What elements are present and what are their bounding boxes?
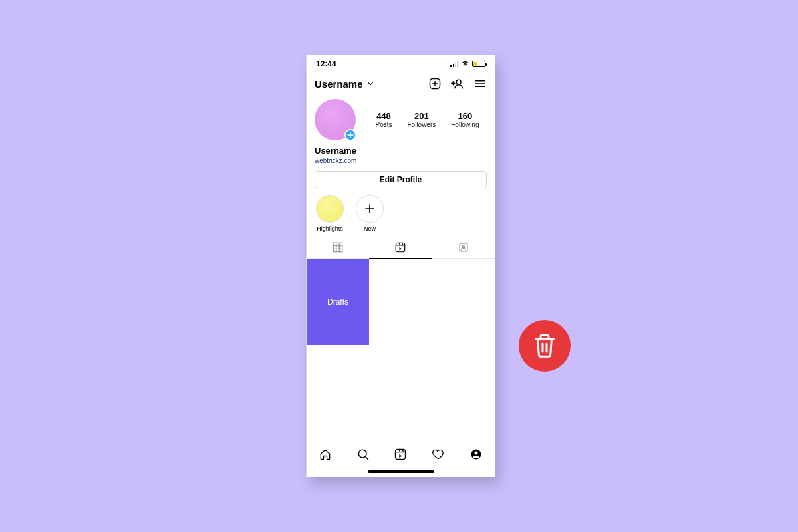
- stat-posts[interactable]: 448 Posts: [375, 111, 392, 128]
- bio-link[interactable]: webtrickz.com: [307, 156, 495, 166]
- nav-reels[interactable]: [394, 448, 407, 464]
- svg-rect-7: [396, 450, 406, 460]
- drafts-label: Drafts: [327, 297, 348, 307]
- search-icon: [356, 448, 370, 461]
- phone-frame: 12:44 Username: [306, 55, 495, 477]
- profile-icon: [469, 448, 483, 461]
- content-area: Drafts: [307, 259, 495, 441]
- svg-point-1: [456, 80, 461, 84]
- trash-icon: [533, 332, 557, 360]
- highlight-item[interactable]: Highlights: [316, 195, 344, 232]
- nav-profile[interactable]: [469, 448, 483, 464]
- followers-label: Followers: [407, 121, 436, 128]
- profile-summary-row: 448 Posts 201 Followers 160 Following: [307, 95, 495, 143]
- following-label: Following: [451, 121, 479, 128]
- annotation-connector: [369, 346, 535, 346]
- reels-nav-icon: [394, 448, 407, 461]
- highlight-thumbnail: [316, 195, 344, 223]
- create-post-button[interactable]: [428, 77, 442, 90]
- home-icon: [319, 448, 332, 461]
- drafts-tile[interactable]: Drafts: [307, 259, 369, 345]
- discover-people-button[interactable]: [451, 77, 464, 90]
- highlights-row: Highlights New: [307, 195, 495, 236]
- posts-count: 448: [375, 111, 392, 121]
- cellular-signal-icon: [450, 61, 458, 67]
- wifi-icon: [461, 59, 469, 68]
- avatar[interactable]: [315, 99, 356, 140]
- tagged-icon: [458, 241, 469, 253]
- nav-home[interactable]: [319, 448, 332, 464]
- username-dropdown[interactable]: Username: [315, 78, 374, 90]
- profile-tabs: [307, 236, 495, 259]
- grid-icon: [332, 241, 344, 253]
- stat-followers[interactable]: 201 Followers: [407, 111, 436, 128]
- reels-icon: [394, 241, 406, 253]
- heart-icon: [432, 448, 445, 461]
- status-time: 12:44: [316, 59, 336, 68]
- svg-point-5: [462, 245, 464, 247]
- highlight-new[interactable]: New: [356, 195, 384, 232]
- bottom-nav: [307, 441, 495, 470]
- nav-activity[interactable]: [432, 448, 445, 464]
- svg-rect-3: [396, 243, 406, 252]
- svg-point-9: [474, 451, 477, 454]
- nav-search[interactable]: [356, 448, 370, 464]
- plus-icon: [364, 203, 375, 214]
- add-story-plus-icon[interactable]: [344, 129, 356, 141]
- posts-label: Posts: [375, 121, 392, 128]
- hamburger-menu-button[interactable]: [473, 77, 487, 90]
- status-icons: [450, 59, 485, 68]
- tab-reels[interactable]: [369, 236, 432, 258]
- delete-annotation-badge: [519, 320, 571, 372]
- header-username: Username: [315, 78, 363, 90]
- highlight-new-label: New: [356, 225, 384, 232]
- following-count: 160: [451, 111, 479, 121]
- profile-header: Username: [307, 72, 495, 95]
- highlight-label: Highlights: [316, 225, 344, 232]
- home-indicator: [368, 470, 434, 473]
- stat-following[interactable]: 160 Following: [451, 111, 479, 128]
- status-bar: 12:44: [307, 55, 495, 72]
- display-name: Username: [307, 143, 495, 156]
- tab-tagged[interactable]: [432, 236, 495, 258]
- svg-rect-2: [333, 243, 342, 252]
- followers-count: 201: [407, 111, 436, 121]
- tab-grid[interactable]: [307, 236, 369, 258]
- battery-icon: [472, 61, 485, 67]
- highlight-new-circle: [356, 195, 384, 223]
- edit-profile-button[interactable]: Edit Profile: [315, 171, 487, 188]
- chevron-down-icon: [367, 80, 374, 87]
